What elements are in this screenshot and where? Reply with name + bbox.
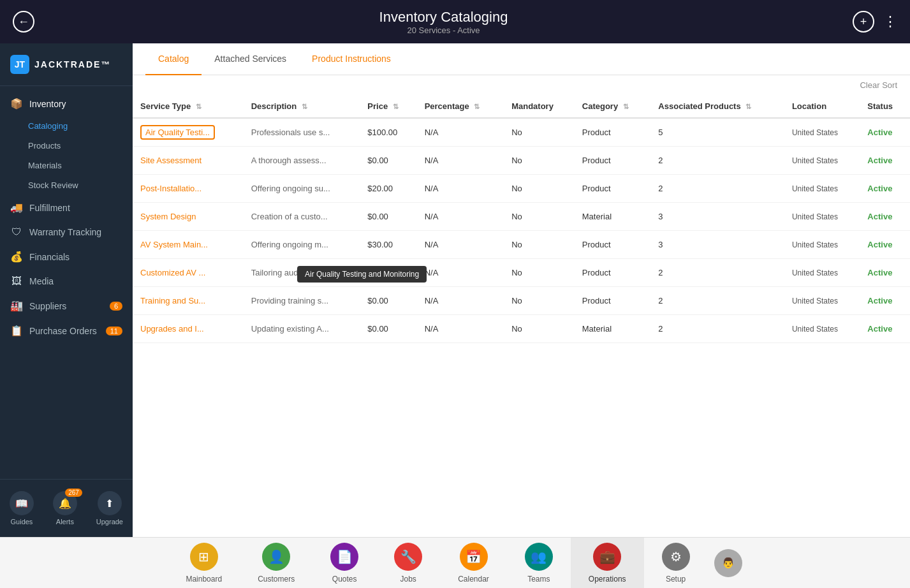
nav-teams[interactable]: 👥 Teams	[507, 538, 571, 588]
col-percentage[interactable]: Percentage ⇅	[417, 95, 504, 118]
cell-mandatory: No	[504, 203, 575, 231]
cell-associated-products: 5	[650, 118, 784, 147]
col-price[interactable]: Price ⇅	[360, 95, 416, 118]
cell-percentage: N/A	[417, 203, 504, 231]
tab-catalog[interactable]: Catalog	[145, 43, 202, 75]
nav-jobs[interactable]: 🔧 Jobs	[376, 538, 440, 588]
cell-description: Creation of a custo...	[244, 203, 360, 231]
table-row[interactable]: System Design Creation of a custo... $0.…	[133, 203, 910, 231]
header-actions: + ⋮	[853, 11, 897, 33]
clear-sort-button[interactable]: Clear Sort	[860, 80, 897, 90]
jobs-icon: 🔧	[394, 543, 422, 571]
header-center: Inventory Cataloging 20 Services - Activ…	[379, 9, 508, 35]
cell-description: Updating existing A...	[244, 315, 360, 343]
cell-associated-products: 2	[650, 147, 784, 175]
alerts-button[interactable]: 🔔 Alerts	[53, 491, 77, 526]
cell-price: $0.00	[360, 203, 416, 231]
guides-button[interactable]: 📖 Guides	[10, 491, 34, 526]
main-content: Catalog Attached Services Product Instru…	[133, 43, 910, 537]
top-header: ← Inventory Cataloging 20 Services - Act…	[0, 0, 910, 43]
sidebar-item-stock-review[interactable]: Stock Review	[0, 175, 133, 195]
teams-icon: 👥	[525, 543, 553, 571]
nav-operations[interactable]: 💼 Operations	[571, 538, 644, 588]
sidebar-item-cataloging[interactable]: Cataloging	[0, 116, 133, 136]
add-button[interactable]: +	[853, 11, 874, 33]
cell-service-type[interactable]: Customized AV ...	[133, 259, 244, 287]
cell-service-type[interactable]: AV System Main...	[133, 231, 244, 259]
col-associated-products[interactable]: Associated Products ⇅	[650, 95, 784, 118]
tab-attached-services[interactable]: Attached Services	[202, 43, 299, 75]
sidebar-bottom: 📖 Guides 🔔 Alerts ⬆ Upgrade	[0, 479, 133, 537]
table-row[interactable]: Air Quality Testi... Professionals use s…	[133, 118, 910, 147]
logo-icon: JT	[10, 55, 29, 74]
guides-icon: 📖	[10, 491, 34, 515]
cell-category: Product	[575, 231, 651, 259]
cell-percentage: N/A	[417, 259, 504, 287]
table-row[interactable]: Post-Installatio... Offering ongoing su.…	[133, 175, 910, 203]
quotes-icon: 📄	[330, 543, 358, 571]
sidebar-item-fulfillment[interactable]: 🚚 Fulfillment	[0, 195, 133, 220]
cell-category: Product	[575, 259, 651, 287]
user-avatar[interactable]: 👨	[714, 549, 742, 577]
more-options-button[interactable]: ⋮	[883, 13, 897, 30]
back-button[interactable]: ←	[13, 11, 34, 33]
table-row[interactable]: Site Assessment A thorough assess... $0.…	[133, 147, 910, 175]
sort-icon-description: ⇅	[302, 103, 307, 110]
cell-associated-products: 3	[650, 231, 784, 259]
tabs-bar: Catalog Attached Services Product Instru…	[133, 43, 910, 75]
suppliers-icon: 🏭	[10, 300, 23, 312]
sidebar-item-suppliers[interactable]: 🏭 Suppliers 6	[0, 293, 133, 318]
nav-setup[interactable]: ⚙ Setup	[644, 538, 708, 588]
page-title: Inventory Cataloging	[379, 9, 508, 26]
nav-customers[interactable]: 👤 Customers	[240, 538, 312, 588]
alerts-icon: 🔔	[53, 491, 77, 515]
tab-product-instructions[interactable]: Product Instructions	[299, 43, 404, 75]
nav-mainboard[interactable]: ⊞ Mainboard	[168, 538, 240, 588]
upgrade-button[interactable]: ⬆ Upgrade	[96, 491, 123, 526]
sort-icon-associated: ⇅	[745, 103, 751, 110]
cell-status: Active	[860, 175, 910, 203]
cell-service-type[interactable]: Air Quality Testi...	[133, 118, 244, 147]
cell-service-type[interactable]: Site Assessment	[133, 147, 244, 175]
cell-price: $0.00	[360, 315, 416, 343]
sidebar-item-financials[interactable]: 💰 Financials	[0, 244, 133, 269]
cell-description: Professionals use s...	[244, 118, 360, 147]
sidebar-bottom-icons: 📖 Guides 🔔 Alerts ⬆ Upgrade	[0, 486, 133, 531]
table-row[interactable]: Customized AV ... Tailoring audio-vide..…	[133, 259, 910, 287]
table-row[interactable]: AV System Main... Offering ongoing m... …	[133, 231, 910, 259]
sidebar-item-warranty[interactable]: 🛡 Warranty Tracking	[0, 220, 133, 244]
sidebar-item-inventory[interactable]: 📦 Inventory	[0, 91, 133, 116]
cell-location: United States	[784, 175, 860, 203]
cell-service-type[interactable]: Post-Installatio...	[133, 175, 244, 203]
services-table: Service Type ⇅ Description ⇅ Price ⇅	[133, 95, 910, 343]
cell-percentage: N/A	[417, 231, 504, 259]
cell-service-type[interactable]: Upgrades and I...	[133, 315, 244, 343]
upgrade-icon: ⬆	[98, 491, 122, 515]
cell-mandatory: No	[504, 118, 575, 147]
col-description[interactable]: Description ⇅	[244, 95, 360, 118]
customers-icon: 👤	[262, 543, 290, 571]
cell-associated-products: 2	[650, 259, 784, 287]
sidebar-item-materials[interactable]: Materials	[0, 156, 133, 175]
fulfillment-icon: 🚚	[10, 202, 23, 214]
table-row[interactable]: Training and Su... Providing training s.…	[133, 287, 910, 315]
table-wrapper[interactable]: Service Type ⇅ Description ⇅ Price ⇅	[133, 95, 910, 343]
purchase-orders-badge: 11	[106, 327, 122, 335]
cell-percentage: N/A	[417, 147, 504, 175]
cell-price: $0.00	[360, 147, 416, 175]
sidebar-item-products[interactable]: Products	[0, 136, 133, 156]
cell-service-type[interactable]: System Design	[133, 203, 244, 231]
financials-icon: 💰	[10, 251, 23, 263]
cell-service-type[interactable]: Training and Su...	[133, 287, 244, 315]
col-service-type[interactable]: Service Type ⇅	[133, 95, 244, 118]
nav-calendar[interactable]: 📅 Calendar	[440, 538, 507, 588]
col-category[interactable]: Category ⇅	[575, 95, 651, 118]
nav-quotes[interactable]: 📄 Quotes	[312, 538, 376, 588]
bottom-nav: ⊞ Mainboard 👤 Customers 📄 Quotes 🔧 Jobs …	[0, 537, 910, 588]
table-row[interactable]: Upgrades and I... Updating existing A...…	[133, 315, 910, 343]
sidebar-item-purchase-orders[interactable]: 📋 Purchase Orders 11	[0, 318, 133, 343]
sidebar-logo: JT JACKTRADE™	[0, 43, 133, 86]
cell-status: Active	[860, 147, 910, 175]
sort-icon-price: ⇅	[393, 103, 399, 110]
sidebar-item-media[interactable]: 🖼 Media	[0, 269, 133, 293]
